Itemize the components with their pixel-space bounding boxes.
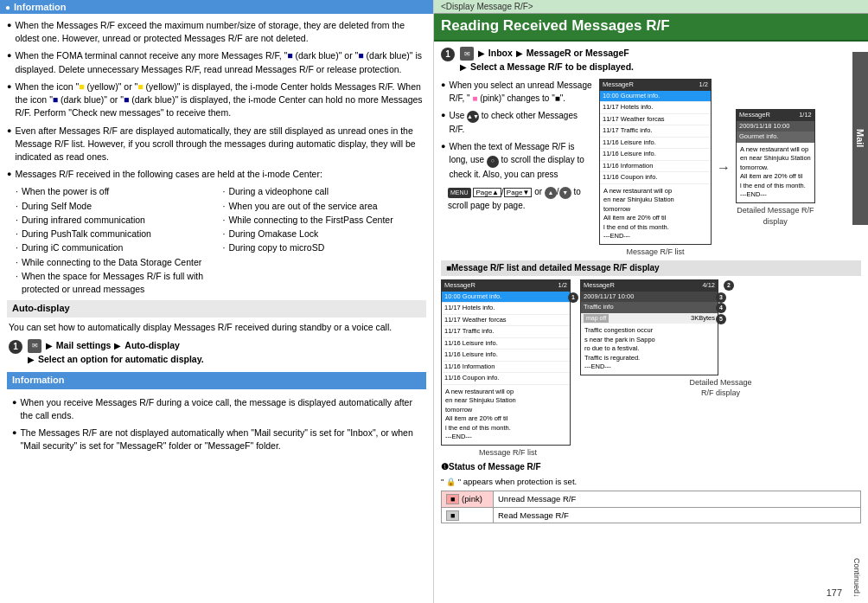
bullet-3-text: When the icon "■ (yellow)" or "■ (yellow… — [15, 80, 426, 120]
left-content: When the Messages R/F exceed the maximum… — [0, 14, 433, 603]
status-desc-1: Unread Message R/F — [494, 491, 861, 508]
sub-item-5: During iC communication — [16, 241, 220, 254]
continued-label: Continued↓ — [852, 558, 861, 598]
arrow-3: ▶ — [28, 355, 35, 364]
diagram-screen2-header: MessageR4/12 2 — [581, 280, 718, 292]
info-bullet-2: The Messages R/F are not displayed autom… — [12, 427, 421, 452]
r-bullet-1: When you select an unread Message R/F, "… — [441, 79, 592, 105]
bullet-3: When the icon "■ (yellow)" or "■ (yellow… — [7, 80, 426, 120]
step-1-right-content: ✉ ▶ Inbox ▶ MessageR or MessageF ▶ Selec… — [459, 47, 634, 74]
status-title: ❶Status of Message R/F — [441, 461, 861, 473]
status-circle: ❶ — [441, 462, 449, 471]
sub-item-4: During PushTalk communication — [16, 228, 220, 241]
phone-screen-2-container: MessageR1/12 2009/11/18 10:00 Gourmet in… — [736, 109, 815, 227]
bullet-1: When the Messages R/F exceed the maximum… — [7, 19, 426, 45]
bullet-2-text: When the FOMA terminal cannot receive an… — [15, 49, 426, 75]
diag-screen1-body: A new restaurant will open near Shinjuku… — [442, 385, 570, 445]
diagram-screen1-header: MessageR1/2 — [442, 280, 570, 292]
screen1-row-6: 11/16 Information — [600, 161, 711, 173]
screen1-row-1: 11/17 Hotels info. — [600, 102, 711, 114]
status-desc-2: Read Message R/F — [494, 507, 861, 523]
phone-screens-top: MessageR1/2 10:00 Gourmet info. 11/17 Ho… — [599, 79, 815, 257]
info-box-bottom: Information — [7, 372, 426, 389]
status-icon-2: ■ — [442, 507, 494, 523]
sub-item-2: During Self Mode — [16, 200, 220, 213]
diag-row-6: 11/16 Information — [442, 362, 570, 374]
auto-display-section: Auto-display You can set how to automati… — [7, 300, 426, 367]
inbox-label: Inbox — [488, 48, 513, 58]
status-icon-1: ■ (pink) — [442, 491, 494, 508]
step-1-right: 1 ✉ ▶ Inbox ▶ MessageR or MessageF ▶ Sel… — [441, 47, 861, 74]
status-note: " 🔒 " appears when protection is set. — [441, 476, 861, 488]
arrow-r3: ▶ — [460, 62, 467, 72]
phone-screen-1-container: MessageR1/2 10:00 Gourmet info. 11/17 Ho… — [599, 79, 712, 257]
diag-row-3: 11/17 Traffic info. — [442, 326, 570, 338]
status-row-2: ■ Read Message R/F — [442, 507, 861, 523]
sub-item-3: During infrared communication — [16, 214, 220, 227]
diag-screen2-body: Traffic congestion occurs near the park … — [581, 324, 718, 375]
diagram-screen-1: MessageR1/2 10:00 Gourmet info. 1 11/17 … — [441, 279, 571, 446]
step-1-row: 1 ✉ ▶ Mail settings ▶ Auto-display ▶ Sel… — [7, 339, 426, 367]
info-bullet-1: When you receive Messages R/F during a v… — [12, 396, 421, 422]
r-bullet-3: When the text of Message R/F is long, us… — [441, 140, 592, 180]
right-header-main: Reading Received Messages R/F — [434, 14, 868, 42]
section-title-text: ■Message R/F list and detailed Message R… — [446, 263, 660, 273]
screen1-row-2: 11/17 Weather forcas — [600, 114, 711, 126]
screen1-row-5: 11/16 Leisure info. — [600, 149, 711, 161]
arrow-r1: ▶ — [478, 48, 485, 58]
right-content: 1 ✉ ▶ Inbox ▶ MessageR or MessageF ▶ Sel… — [434, 42, 868, 603]
r-bullet-2-text: Use ▲▼ to check other Messages R/F. — [449, 109, 592, 136]
info-label-top: Information — [14, 2, 67, 12]
auto-display-desc: You can set how to automatically display… — [7, 321, 426, 334]
step-1-label: Mail settings — [56, 340, 112, 350]
numbered-diagram: MessageR1/2 10:00 Gourmet info. 1 11/17 … — [441, 279, 861, 458]
sub-item-6: While connecting to the Data Storage Cen… — [16, 256, 220, 269]
arrow-between-screens: → — [715, 158, 732, 177]
step-num-1: 1 — [9, 340, 22, 354]
status-heading: Status of Message R/F — [449, 462, 541, 471]
sub-item-col2-1: During a videophone call — [223, 185, 427, 198]
inbox-icon: ✉ — [460, 47, 474, 61]
screen2-caption: Detailed Message R/Fdisplay — [736, 205, 815, 227]
sub-item-1: When the power is off — [16, 185, 220, 198]
step-1-label3: Select an option for automatic display. — [38, 354, 204, 364]
sub-item-col2-5: During copy to microSD — [223, 241, 427, 254]
mail-sidebar: Mail — [852, 52, 868, 225]
bullet-4-text: Even after Messages R/F are displayed au… — [15, 125, 426, 164]
right-bullets: When you select an unread Message R/F, "… — [441, 79, 592, 257]
bullet-4: Even after Messages R/F are displayed au… — [7, 125, 426, 164]
info-bullet-1-text: When you receive Messages R/F during a v… — [20, 396, 421, 422]
section-title: ■Message R/F list and detailed Message R… — [441, 260, 861, 276]
step-1-content: ✉ ▶ Mail settings ▶ Auto-display ▶ Selec… — [27, 339, 204, 367]
diag-row-4: 11/16 Leisure info. — [442, 338, 570, 350]
phone-screen-2: MessageR1/12 2009/11/18 10:00 Gourmet in… — [736, 109, 815, 203]
sub-list: When the power is off During Self Mode D… — [16, 185, 426, 297]
sub-col-1: When the power is off During Self Mode D… — [16, 185, 220, 297]
diag-row-5: 11/16 Leisure info. — [442, 350, 570, 362]
right-header-top: <Display Message R/F> — [434, 0, 868, 14]
mail-icon: ✉ — [28, 339, 41, 353]
info-bullet-2-text: The Messages R/F are not displayed autom… — [20, 427, 421, 452]
mail-label: Mail — [855, 129, 865, 147]
r-bullet-2: Use ▲▼ to check other Messages R/F. — [441, 109, 592, 136]
bullet-5: Messages R/F received in the following c… — [7, 168, 426, 181]
info-box-top: Information — [0, 0, 433, 14]
step-1-label2: Auto-display — [124, 340, 180, 350]
r-bullet-1-text: When you select an unread Message R/F, "… — [449, 79, 592, 105]
screen1-row-7: 11/16 Coupon info. — [600, 172, 711, 184]
sub-item-col2-3: While connecting to the FirstPass Center — [223, 214, 427, 227]
sub-item-col2-4: During Omakase Lock — [223, 228, 427, 241]
diagram-screen-2: MessageR4/12 2 2009/11/17 10:00 3 Traffi… — [580, 279, 718, 375]
diagram-left: MessageR1/2 10:00 Gourmet info. 1 11/17 … — [441, 279, 575, 458]
screen2-body: A new restaurant will open near Shinjuku… — [737, 143, 814, 202]
arrow-1: ▶ — [46, 341, 53, 350]
arrow-2: ▶ — [114, 341, 121, 350]
diag-screen1-caption: Message R/F list — [441, 447, 575, 459]
r-bullet-3-text: When the text of Message R/F is long, us… — [449, 140, 592, 180]
screen1-row-3: 11/17 Traffic info. — [600, 125, 711, 138]
diag-screen2-caption: Detailed MessageR/F display — [580, 377, 861, 399]
auto-display-title: Auto-display — [7, 300, 426, 318]
sub-item-col2-2: When you are out of the service area — [223, 200, 427, 213]
left-panel: Information When the Messages R/F exceed… — [0, 0, 434, 603]
sub-col-2: During a videophone call When you are ou… — [223, 185, 427, 297]
